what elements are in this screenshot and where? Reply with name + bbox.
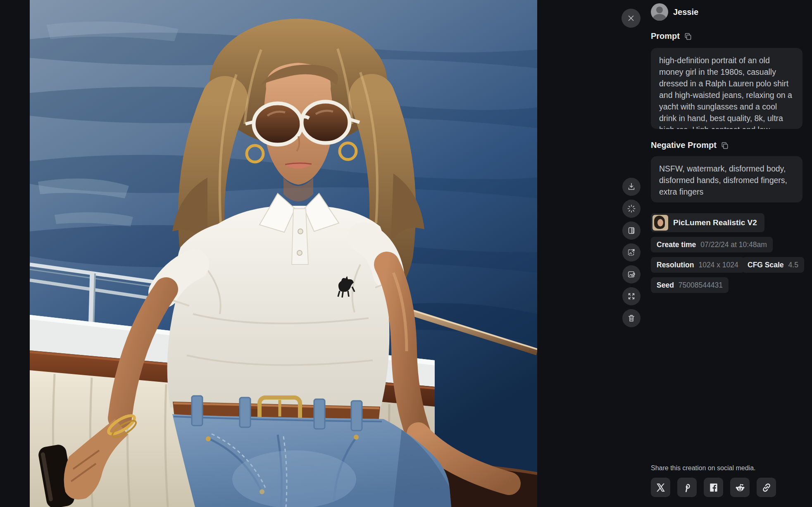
share-row [651, 478, 776, 497]
image-detail-view: Jessie Prompt high-definition portrait o… [0, 0, 812, 507]
facebook-icon [708, 482, 719, 493]
share-pinterest-button[interactable] [677, 478, 697, 497]
regenerate-icon [627, 204, 636, 213]
negative-prompt-text[interactable]: NSFW, watermark, disformed body, disform… [651, 156, 802, 202]
copy-icon [684, 32, 692, 40]
link-icon [761, 482, 772, 493]
regenerate-button[interactable] [622, 200, 641, 218]
seed-value: 75008544431 [679, 281, 723, 290]
share-caption: Share this creation on social media. [651, 464, 755, 472]
image-action-rail [622, 178, 641, 327]
prompt-text[interactable]: high-definition portrait of an old money… [651, 48, 802, 129]
creator-name: Jessie [673, 7, 698, 17]
negative-prompt-copy-button[interactable] [721, 141, 729, 150]
share-reddit-button[interactable] [730, 478, 750, 497]
resolution-label: Resolution [657, 261, 694, 269]
close-button[interactable] [622, 9, 641, 28]
prompt-label-text: Prompt [651, 31, 680, 41]
cfg-scale-label: CFG Scale [748, 261, 784, 269]
creator-avatar [651, 3, 668, 21]
model-name: PicLumen Realistic V2 [673, 218, 757, 227]
download-icon [627, 182, 636, 191]
create-time-chip: Create time 07/22/24 at 10:48am [651, 237, 773, 252]
reddit-icon [735, 482, 745, 493]
share-facebook-button[interactable] [704, 478, 723, 497]
generated-image [30, 0, 537, 507]
delete-button[interactable] [622, 309, 641, 327]
negative-prompt-section-label: Negative Prompt [651, 140, 729, 150]
share-x-button[interactable] [651, 478, 670, 497]
compare-icon [627, 226, 636, 235]
prompt-section-label: Prompt [651, 31, 692, 41]
copy-icon [721, 141, 729, 150]
cfg-scale-value: 4.5 [788, 261, 798, 269]
seed-chip: Seed 75008544431 [651, 277, 729, 293]
upscale-button[interactable] [622, 243, 641, 262]
x-twitter-icon [655, 482, 666, 493]
download-button[interactable] [622, 178, 641, 196]
resolution-value: 1024 x 1024 [698, 261, 738, 269]
upscale-icon [627, 248, 636, 257]
share-copy-link-button[interactable] [757, 478, 776, 497]
negative-prompt-label-text: Negative Prompt [651, 140, 717, 150]
fullscreen-icon [627, 292, 636, 301]
creator-row[interactable]: Jessie [651, 3, 698, 21]
prompt-copy-button[interactable] [684, 32, 692, 40]
edit-image-icon [627, 270, 636, 279]
resolution-chip: Resolution 1024 x 1024 [651, 257, 744, 273]
delete-icon [627, 314, 636, 323]
seed-label: Seed [657, 281, 674, 290]
create-time-value: 07/22/24 at 10:48am [700, 240, 767, 249]
pinterest-icon [682, 482, 693, 493]
cfg-scale-chip: CFG Scale 4.5 [742, 257, 804, 273]
create-time-label: Create time [657, 240, 696, 249]
edit-image-button[interactable] [622, 265, 641, 283]
close-icon [626, 14, 636, 23]
model-chip[interactable]: PicLumen Realistic V2 [651, 213, 764, 232]
fullscreen-button[interactable] [622, 287, 641, 305]
compare-button[interactable] [622, 221, 641, 240]
yacht-portrait-illustration [30, 0, 537, 507]
model-thumbnail [652, 215, 668, 231]
